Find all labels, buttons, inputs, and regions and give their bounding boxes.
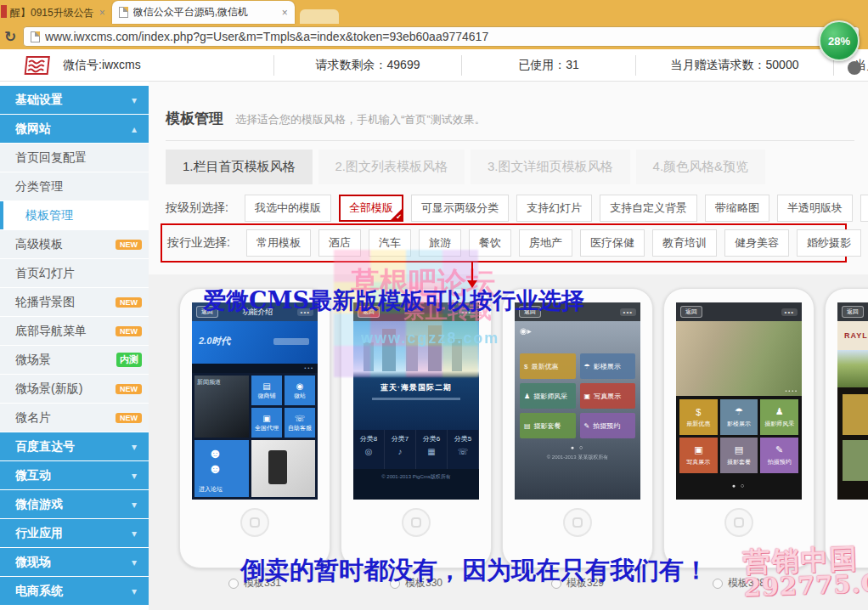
filter-translucent-block[interactable]: 半透明版块 bbox=[777, 195, 853, 222]
filter-custom-bg[interactable]: 支持自定义背景 bbox=[600, 195, 697, 222]
sidebar-group-micro-interact[interactable]: 微互动 ▾ bbox=[0, 461, 149, 489]
industry-education[interactable]: 教育培训 bbox=[652, 229, 717, 257]
stamp-icon: ▣ bbox=[584, 393, 591, 400]
item-label: 微名片 bbox=[15, 410, 51, 426]
menu-dots-icon: ••• bbox=[297, 308, 313, 316]
chevron-down-icon: ▾ bbox=[132, 441, 137, 453]
tab-article-list-style[interactable]: 2.图文列表模板风格 bbox=[318, 150, 465, 184]
sidebar-item-category-manage[interactable]: 分类管理 bbox=[0, 172, 149, 201]
template-select-row[interactable]: 模板328 bbox=[663, 576, 814, 590]
template-card-330[interactable]: 返回 ••• 蓝天·海景国际二期 bbox=[341, 288, 492, 590]
browser-tab-active[interactable]: 微信公众平台源码,微信机 × bbox=[112, 1, 295, 24]
url-field[interactable]: www.iwxcms.com/index.php?g=User&m=Tmpls&… bbox=[23, 26, 860, 47]
back-button: 返回 bbox=[680, 306, 702, 318]
music-icon: ♪ bbox=[385, 447, 415, 456]
sidebar-item-home-slides[interactable]: 首页幻灯片 bbox=[0, 259, 149, 287]
forum-tile: ☻☻ 进入论坛 bbox=[194, 440, 249, 497]
template-name: 模板331 bbox=[244, 576, 281, 590]
btn-portrait-show: ▣ 写真展示 bbox=[580, 383, 636, 409]
sidebar-group-micro-live[interactable]: 微现场 ▾ bbox=[0, 548, 149, 576]
hero-image: 蓝天·海景国际二期 bbox=[353, 321, 479, 430]
template-card-partial[interactable]: 返回 ••• RAYLI bbox=[825, 288, 868, 590]
radio-button[interactable] bbox=[390, 579, 400, 589]
sidebar-item-home-reply[interactable]: 首页回复配置 bbox=[0, 144, 149, 172]
sidebar-item-advanced-template[interactable]: 高级模板 NEW bbox=[0, 230, 149, 258]
industry-wedding-photo[interactable]: 婚纱摄影 bbox=[797, 229, 861, 257]
sidebar-group-basic-settings[interactable]: 基础设置 ▾ bbox=[0, 86, 149, 114]
sidebar-group-micro-site[interactable]: 微网站 ▴ bbox=[0, 115, 149, 143]
industry-fitness[interactable]: 健身美容 bbox=[724, 229, 789, 257]
sidebar-item-carousel-bg[interactable]: 轮播背景图 NEW bbox=[0, 288, 149, 316]
industry-car[interactable]: 汽车 bbox=[369, 229, 411, 257]
template-select-row[interactable]: 模板329 bbox=[502, 576, 653, 590]
sidebar-item-template-manage[interactable]: 模板管理 bbox=[0, 201, 149, 229]
sidebar-item-micro-scene[interactable]: 微场景 内测 bbox=[0, 346, 149, 374]
tab-title: 醒】0915升级公告 bbox=[10, 6, 94, 20]
new-tab-button[interactable] bbox=[300, 9, 339, 24]
sidebar-group-baidu-zhida[interactable]: 百度直达号 ▾ bbox=[0, 432, 149, 460]
tab-column-home-style[interactable]: 1.栏目首页模板风格 bbox=[166, 150, 313, 184]
template-select-row[interactable]: 模板330 bbox=[341, 576, 492, 590]
sidebar: 基础设置 ▾ 微网站 ▴ 首页回复配置 分类管理 模板管理 高级模板 NEW 首… bbox=[0, 82, 149, 610]
industry-medical[interactable]: 医疗保健 bbox=[580, 229, 645, 257]
radio-button[interactable] bbox=[713, 579, 723, 589]
radio-button[interactable] bbox=[228, 579, 239, 589]
group-label: 微信游戏 bbox=[15, 497, 63, 512]
phone-header: 返回 ••• bbox=[837, 302, 868, 321]
stat-requests-left: 请求数剩余：49699 bbox=[273, 55, 461, 76]
check-icon: ✔ bbox=[396, 213, 402, 221]
template-select-row[interactable]: 模板331 bbox=[179, 576, 330, 590]
pencil-icon: ✎ bbox=[584, 422, 590, 430]
progress-badge[interactable]: 28% bbox=[819, 20, 860, 61]
radio-button[interactable] bbox=[551, 579, 561, 589]
browser-tab-inactive[interactable]: 醒】0915升级公告 × bbox=[0, 2, 112, 24]
reload-icon[interactable]: ↻ bbox=[2, 28, 19, 46]
sidebar-group-industry-apps[interactable]: 行业应用 ▾ bbox=[0, 519, 149, 547]
filter-two-level-category[interactable]: 可显示两级分类 bbox=[411, 195, 509, 222]
group-label: 微现场 bbox=[15, 555, 51, 570]
template-gallery: 返回 功能介绍 ••• 2.0时代 • • • 新闻频道 bbox=[149, 274, 868, 610]
close-tab-icon[interactable]: × bbox=[99, 7, 105, 19]
tab-article-detail-style[interactable]: 3.图文详细页模板风格 bbox=[471, 150, 630, 184]
tile-label: 摄影师风采 bbox=[764, 420, 794, 428]
page-icon bbox=[119, 7, 128, 18]
template-card-328[interactable]: 返回 ••• • • • • $ 最新优惠 bbox=[663, 288, 814, 590]
industry-travel[interactable]: 旅游 bbox=[419, 229, 461, 257]
industry-common[interactable]: 常用模板 bbox=[246, 229, 311, 257]
page-icon bbox=[31, 31, 40, 42]
phone-header: 返回 ••• bbox=[353, 302, 479, 321]
back-button: 返回 bbox=[519, 306, 541, 318]
news-photo-tile: 新闻频道 bbox=[194, 376, 249, 438]
filter-bg-music[interactable]: 支持背景音乐 bbox=[860, 195, 868, 222]
tab-title: 微信公众平台源码,微信机 bbox=[133, 5, 277, 20]
umbrella-icon: ☂ bbox=[584, 363, 590, 370]
tile-label: 影楼展示 bbox=[727, 420, 751, 428]
url-text[interactable]: www.iwxcms.com/index.php?g=User&m=Tmpls&… bbox=[45, 30, 488, 43]
tile-agent: ▣ 全国代理 bbox=[251, 408, 282, 438]
filter-my-selected[interactable]: 我选中的模版 bbox=[245, 195, 331, 222]
red-annotation-box: 按行业选择: 常用模板 酒店 汽车 旅游 餐饮 房地产 医疗保健 教育培训 健身… bbox=[161, 223, 847, 263]
template-card-331[interactable]: 返回 功能介绍 ••• 2.0时代 • • • 新闻频道 bbox=[179, 288, 330, 590]
sidebar-item-micro-card[interactable]: 微名片 NEW bbox=[0, 404, 149, 432]
template-card-329[interactable]: 返回 ••• ◉▸ $ 最新优惠 bbox=[502, 288, 653, 590]
item-label: 底部导航菜单 bbox=[15, 324, 87, 339]
filter-slides-support[interactable]: 支持幻灯片 bbox=[516, 195, 592, 222]
sidebar-group-wechat-games[interactable]: 微信游戏 ▾ bbox=[0, 490, 149, 518]
filter-thumbnail[interactable]: 带缩略图 bbox=[705, 195, 769, 222]
estate-subline bbox=[372, 398, 460, 400]
tab-color-style-preview[interactable]: 4.颜色风格&预览 bbox=[636, 150, 766, 184]
sidebar-item-bottom-nav[interactable]: 底部导航菜单 NEW bbox=[0, 317, 149, 345]
sidebar-item-micro-scene-new[interactable]: 微场景(新版) NEW bbox=[0, 375, 149, 403]
industry-realestate[interactable]: 房地产 bbox=[519, 229, 572, 257]
copyright-footer: © 2001-2013 某某版权所有 bbox=[520, 454, 635, 461]
back-button: 返回 bbox=[842, 306, 864, 318]
template-name: 模板330 bbox=[405, 576, 442, 590]
sidebar-group-ecommerce[interactable]: 电商系统 ▾ bbox=[0, 577, 149, 605]
filter-all-templates[interactable]: 全部模版 ✔ bbox=[339, 195, 403, 222]
group-label: 微网站 bbox=[15, 121, 51, 137]
close-tab-icon[interactable]: × bbox=[282, 7, 288, 19]
industry-food[interactable]: 餐饮 bbox=[469, 229, 511, 257]
phone-photo-tile bbox=[251, 440, 315, 497]
stat-monthly-gift: 当月赠送请求数：50000 bbox=[635, 55, 833, 76]
industry-hotel[interactable]: 酒店 bbox=[318, 229, 361, 257]
